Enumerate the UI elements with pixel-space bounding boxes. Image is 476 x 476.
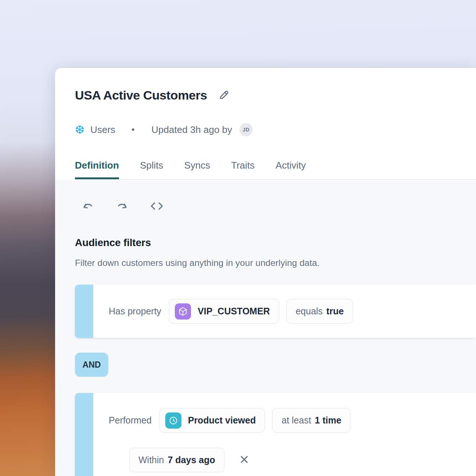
panel-header: USA Active Customers ❆ Users • Updated 3… bbox=[55, 68, 476, 180]
undo-button[interactable] bbox=[81, 199, 95, 213]
avatar[interactable]: JD bbox=[239, 123, 253, 136]
remove-condition-button[interactable] bbox=[238, 454, 250, 466]
audience-panel: USA Active Customers ❆ Users • Updated 3… bbox=[55, 68, 476, 476]
time-window-chip[interactable]: Within 7 days ago bbox=[129, 448, 224, 472]
frequency-chip[interactable]: at least 1 time bbox=[272, 408, 350, 433]
condition-chip[interactable]: equals true bbox=[286, 299, 353, 324]
code-view-button[interactable] bbox=[150, 199, 164, 213]
undo-icon bbox=[82, 200, 94, 213]
tab-definition[interactable]: Definition bbox=[75, 160, 119, 179]
frequency-operator: at least bbox=[281, 415, 311, 426]
and-operator-badge[interactable]: AND bbox=[75, 353, 108, 377]
code-icon bbox=[149, 200, 164, 213]
tab-bar: Definition Splits Syncs Traits Activity bbox=[75, 160, 476, 180]
filter-row-event: Performed Product viewed at least 1 time bbox=[75, 393, 476, 476]
condition-value: true bbox=[327, 306, 344, 317]
meta-row: ❆ Users • Updated 3h ago by JD bbox=[75, 122, 476, 137]
meta-separator-dot: • bbox=[131, 125, 134, 135]
edit-title-button[interactable] bbox=[217, 87, 231, 103]
redo-button[interactable] bbox=[115, 199, 129, 213]
tab-syncs[interactable]: Syncs bbox=[184, 160, 210, 179]
title-row: USA Active Customers bbox=[75, 87, 476, 103]
event-name: Product viewed bbox=[188, 415, 256, 426]
filter-row-content: Performed Product viewed at least 1 time bbox=[93, 393, 476, 476]
filter-row-content: Has property VIP_CUSTOMER equals true bbox=[93, 285, 476, 338]
property-name: VIP_CUSTOMER bbox=[198, 306, 270, 317]
filter-accent-bar[interactable] bbox=[75, 285, 93, 338]
tab-traits[interactable]: Traits bbox=[231, 160, 255, 179]
condition-operator: equals bbox=[296, 306, 323, 317]
pencil-icon bbox=[218, 89, 230, 102]
tab-activity[interactable]: Activity bbox=[275, 160, 306, 179]
source-label: Users bbox=[90, 124, 115, 136]
editor-toolbar bbox=[81, 180, 476, 213]
cube-icon bbox=[175, 303, 191, 320]
page-title: USA Active Customers bbox=[75, 87, 207, 103]
section-subheading: Filter down customers using anything in … bbox=[75, 257, 476, 268]
clock-icon bbox=[165, 412, 181, 429]
definition-body: Audience filters Filter down customers u… bbox=[55, 180, 476, 476]
filter-prefix-label: Performed bbox=[109, 415, 152, 426]
event-chip[interactable]: Product viewed bbox=[159, 408, 265, 433]
event-filter-line: Performed Product viewed at least 1 time bbox=[109, 408, 476, 433]
filter-row-property: Has property VIP_CUSTOMER equals true bbox=[75, 285, 476, 338]
tab-splits[interactable]: Splits bbox=[140, 160, 163, 179]
close-icon bbox=[238, 454, 250, 466]
section-heading: Audience filters bbox=[75, 236, 476, 249]
time-window-operator: Within bbox=[138, 455, 164, 465]
frequency-value: 1 time bbox=[315, 415, 341, 426]
time-window-line: Within 7 days ago bbox=[129, 448, 476, 472]
property-chip[interactable]: VIP_CUSTOMER bbox=[169, 299, 279, 324]
snowflake-source-icon: ❆ bbox=[75, 124, 84, 136]
updated-text: Updated 3h ago by bbox=[151, 124, 232, 136]
time-window-value: 7 days ago bbox=[167, 455, 215, 465]
redo-icon bbox=[116, 200, 129, 213]
filter-prefix-label: Has property bbox=[109, 306, 161, 317]
filter-accent-bar[interactable] bbox=[75, 393, 93, 476]
